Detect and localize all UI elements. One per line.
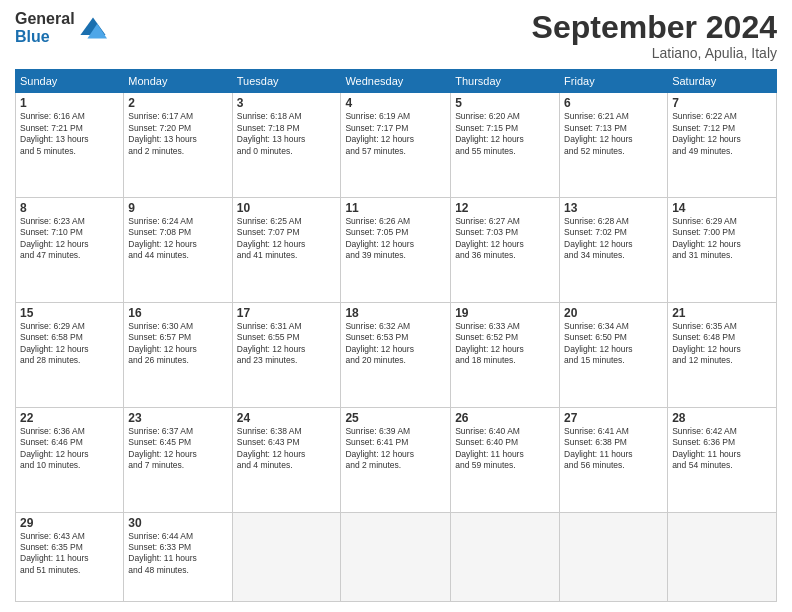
logo-blue: Blue [15, 28, 75, 46]
day-info: Sunrise: 6:21 AMSunset: 7:13 PMDaylight:… [564, 111, 663, 157]
day-number: 20 [564, 306, 663, 320]
table-row: 15Sunrise: 6:29 AMSunset: 6:58 PMDayligh… [16, 302, 124, 407]
col-friday: Friday [560, 70, 668, 93]
table-row: 16Sunrise: 6:30 AMSunset: 6:57 PMDayligh… [124, 302, 232, 407]
table-row: 13Sunrise: 6:28 AMSunset: 7:02 PMDayligh… [560, 198, 668, 303]
day-number: 10 [237, 201, 337, 215]
table-row [451, 512, 560, 602]
table-row: 20Sunrise: 6:34 AMSunset: 6:50 PMDayligh… [560, 302, 668, 407]
table-row: 17Sunrise: 6:31 AMSunset: 6:55 PMDayligh… [232, 302, 341, 407]
table-row: 10Sunrise: 6:25 AMSunset: 7:07 PMDayligh… [232, 198, 341, 303]
day-number: 14 [672, 201, 772, 215]
col-saturday: Saturday [668, 70, 777, 93]
table-row: 3Sunrise: 6:18 AMSunset: 7:18 PMDaylight… [232, 93, 341, 198]
day-info: Sunrise: 6:26 AMSunset: 7:05 PMDaylight:… [345, 216, 446, 262]
table-row: 26Sunrise: 6:40 AMSunset: 6:40 PMDayligh… [451, 407, 560, 512]
day-info: Sunrise: 6:41 AMSunset: 6:38 PMDaylight:… [564, 426, 663, 472]
day-number: 22 [20, 411, 119, 425]
col-thursday: Thursday [451, 70, 560, 93]
table-row: 7Sunrise: 6:22 AMSunset: 7:12 PMDaylight… [668, 93, 777, 198]
day-info: Sunrise: 6:29 AMSunset: 7:00 PMDaylight:… [672, 216, 772, 262]
col-monday: Monday [124, 70, 232, 93]
col-tuesday: Tuesday [232, 70, 341, 93]
day-info: Sunrise: 6:30 AMSunset: 6:57 PMDaylight:… [128, 321, 227, 367]
day-number: 29 [20, 516, 119, 530]
table-row: 21Sunrise: 6:35 AMSunset: 6:48 PMDayligh… [668, 302, 777, 407]
day-info: Sunrise: 6:22 AMSunset: 7:12 PMDaylight:… [672, 111, 772, 157]
day-number: 27 [564, 411, 663, 425]
day-info: Sunrise: 6:34 AMSunset: 6:50 PMDaylight:… [564, 321, 663, 367]
location: Latiano, Apulia, Italy [532, 45, 777, 61]
table-row: 1Sunrise: 6:16 AMSunset: 7:21 PMDaylight… [16, 93, 124, 198]
day-info: Sunrise: 6:29 AMSunset: 6:58 PMDaylight:… [20, 321, 119, 367]
day-info: Sunrise: 6:27 AMSunset: 7:03 PMDaylight:… [455, 216, 555, 262]
logo-icon [79, 14, 107, 42]
day-info: Sunrise: 6:39 AMSunset: 6:41 PMDaylight:… [345, 426, 446, 472]
table-row: 29Sunrise: 6:43 AMSunset: 6:35 PMDayligh… [16, 512, 124, 602]
table-row: 12Sunrise: 6:27 AMSunset: 7:03 PMDayligh… [451, 198, 560, 303]
day-number: 4 [345, 96, 446, 110]
day-info: Sunrise: 6:40 AMSunset: 6:40 PMDaylight:… [455, 426, 555, 472]
day-info: Sunrise: 6:42 AMSunset: 6:36 PMDaylight:… [672, 426, 772, 472]
day-number: 25 [345, 411, 446, 425]
day-info: Sunrise: 6:19 AMSunset: 7:17 PMDaylight:… [345, 111, 446, 157]
day-info: Sunrise: 6:32 AMSunset: 6:53 PMDaylight:… [345, 321, 446, 367]
table-row: 23Sunrise: 6:37 AMSunset: 6:45 PMDayligh… [124, 407, 232, 512]
table-row: 18Sunrise: 6:32 AMSunset: 6:53 PMDayligh… [341, 302, 451, 407]
day-info: Sunrise: 6:18 AMSunset: 7:18 PMDaylight:… [237, 111, 337, 157]
table-row: 19Sunrise: 6:33 AMSunset: 6:52 PMDayligh… [451, 302, 560, 407]
day-number: 11 [345, 201, 446, 215]
day-info: Sunrise: 6:25 AMSunset: 7:07 PMDaylight:… [237, 216, 337, 262]
day-number: 9 [128, 201, 227, 215]
day-info: Sunrise: 6:16 AMSunset: 7:21 PMDaylight:… [20, 111, 119, 157]
table-row: 14Sunrise: 6:29 AMSunset: 7:00 PMDayligh… [668, 198, 777, 303]
table-row: 30Sunrise: 6:44 AMSunset: 6:33 PMDayligh… [124, 512, 232, 602]
day-info: Sunrise: 6:23 AMSunset: 7:10 PMDaylight:… [20, 216, 119, 262]
logo-general: General [15, 10, 75, 28]
table-row [341, 512, 451, 602]
day-number: 16 [128, 306, 227, 320]
day-info: Sunrise: 6:44 AMSunset: 6:33 PMDaylight:… [128, 531, 227, 577]
day-number: 13 [564, 201, 663, 215]
title-block: September 2024 Latiano, Apulia, Italy [532, 10, 777, 61]
table-row [560, 512, 668, 602]
table-row: 25Sunrise: 6:39 AMSunset: 6:41 PMDayligh… [341, 407, 451, 512]
day-number: 3 [237, 96, 337, 110]
day-info: Sunrise: 6:36 AMSunset: 6:46 PMDaylight:… [20, 426, 119, 472]
day-info: Sunrise: 6:31 AMSunset: 6:55 PMDaylight:… [237, 321, 337, 367]
day-number: 12 [455, 201, 555, 215]
day-number: 30 [128, 516, 227, 530]
table-row: 6Sunrise: 6:21 AMSunset: 7:13 PMDaylight… [560, 93, 668, 198]
day-number: 21 [672, 306, 772, 320]
table-row [668, 512, 777, 602]
month-title: September 2024 [532, 10, 777, 45]
day-info: Sunrise: 6:33 AMSunset: 6:52 PMDaylight:… [455, 321, 555, 367]
day-number: 1 [20, 96, 119, 110]
day-info: Sunrise: 6:20 AMSunset: 7:15 PMDaylight:… [455, 111, 555, 157]
table-row: 2Sunrise: 6:17 AMSunset: 7:20 PMDaylight… [124, 93, 232, 198]
col-sunday: Sunday [16, 70, 124, 93]
day-number: 7 [672, 96, 772, 110]
day-info: Sunrise: 6:17 AMSunset: 7:20 PMDaylight:… [128, 111, 227, 157]
day-info: Sunrise: 6:37 AMSunset: 6:45 PMDaylight:… [128, 426, 227, 472]
table-row: 27Sunrise: 6:41 AMSunset: 6:38 PMDayligh… [560, 407, 668, 512]
day-info: Sunrise: 6:43 AMSunset: 6:35 PMDaylight:… [20, 531, 119, 577]
table-row: 4Sunrise: 6:19 AMSunset: 7:17 PMDaylight… [341, 93, 451, 198]
day-info: Sunrise: 6:24 AMSunset: 7:08 PMDaylight:… [128, 216, 227, 262]
col-wednesday: Wednesday [341, 70, 451, 93]
day-number: 26 [455, 411, 555, 425]
day-number: 17 [237, 306, 337, 320]
table-row: 22Sunrise: 6:36 AMSunset: 6:46 PMDayligh… [16, 407, 124, 512]
calendar: Sunday Monday Tuesday Wednesday Thursday… [15, 69, 777, 602]
table-row: 28Sunrise: 6:42 AMSunset: 6:36 PMDayligh… [668, 407, 777, 512]
day-info: Sunrise: 6:38 AMSunset: 6:43 PMDaylight:… [237, 426, 337, 472]
header-row: Sunday Monday Tuesday Wednesday Thursday… [16, 70, 777, 93]
day-number: 2 [128, 96, 227, 110]
day-number: 5 [455, 96, 555, 110]
day-number: 6 [564, 96, 663, 110]
logo: General Blue [15, 10, 107, 45]
day-number: 28 [672, 411, 772, 425]
header: General Blue September 2024 Latiano, Apu… [15, 10, 777, 61]
day-number: 19 [455, 306, 555, 320]
day-number: 18 [345, 306, 446, 320]
